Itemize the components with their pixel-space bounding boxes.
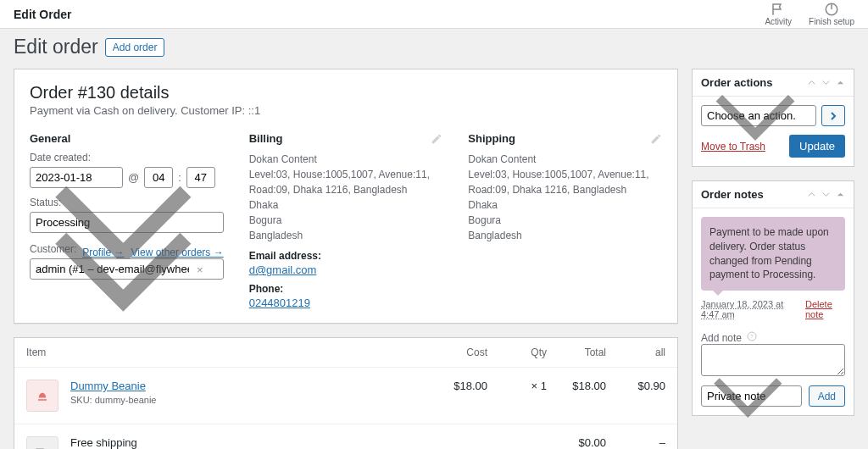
general-heading: General: [30, 132, 224, 145]
order-note: Payment to be made upon delivery. Order …: [701, 217, 845, 291]
shipping-icon: [26, 436, 58, 449]
finish-label: Finish setup: [809, 17, 854, 26]
customer-links: Profile → View other orders →: [82, 247, 224, 258]
order-actions-box: Order actions Choose an action...: [692, 69, 854, 167]
pencil-icon[interactable]: [431, 133, 442, 145]
shipping-all: –: [606, 436, 665, 449]
view-other-orders-link[interactable]: View other orders →: [131, 247, 224, 258]
page-header: Edit order Add order: [14, 29, 854, 69]
col-qty: Qty: [487, 346, 547, 358]
date-input[interactable]: [30, 167, 123, 188]
shipping-column: Shipping Dokan Content Level:03, House:1…: [468, 132, 662, 309]
page: Edit order Add order Order #130 details …: [0, 29, 868, 449]
truck-icon: [34, 444, 51, 449]
note-type-select[interactable]: Private note: [701, 385, 802, 407]
svg-text:?: ?: [750, 334, 754, 339]
topbar-actions: Activity Finish setup: [765, 2, 854, 26]
chevron-up-icon[interactable]: [807, 190, 816, 199]
item-cost: $18.00: [428, 380, 487, 392]
minute-input[interactable]: [186, 167, 215, 188]
order-action-select[interactable]: Choose an action...: [701, 105, 816, 126]
chevron-up-icon[interactable]: [807, 78, 816, 87]
caret-up-icon[interactable]: [836, 190, 845, 199]
update-button[interactable]: Update: [789, 135, 845, 158]
metabox-tools: [807, 78, 845, 87]
finish-setup-button[interactable]: Finish setup: [809, 2, 854, 26]
note-timestamp: January 18, 2023 at 4:47 am: [701, 299, 800, 319]
item-total: $18.00: [547, 380, 606, 392]
items-header: Item Cost Qty Total all: [14, 338, 677, 368]
chevron-down-icon[interactable]: [821, 190, 831, 199]
beanie-icon: [34, 387, 51, 404]
pencil-icon[interactable]: [650, 133, 662, 145]
col-item: Item: [26, 346, 428, 358]
clear-customer[interactable]: ×: [197, 263, 203, 275]
billing-heading: Billing: [249, 132, 283, 145]
profile-link[interactable]: Profile →: [82, 247, 124, 258]
general-column: General Date created: @ : Status: Proces…: [30, 132, 224, 309]
caret-up-icon[interactable]: [836, 78, 845, 87]
shipping-total: $0.00: [547, 436, 606, 449]
status-label: Status:: [30, 197, 224, 208]
order-subtitle: Payment via Cash on delivery. Customer I…: [30, 104, 662, 117]
billing-phone-link[interactable]: 0244801219: [249, 297, 310, 309]
chevron-down-icon[interactable]: [821, 78, 831, 87]
note-textarea[interactable]: [701, 344, 845, 376]
move-to-trash-link[interactable]: Move to Trash: [701, 141, 765, 152]
question-icon: ?: [747, 331, 757, 341]
order-title: Order #130 details: [30, 83, 662, 103]
item-name-link[interactable]: Dummy Beanie: [70, 380, 146, 392]
status-select[interactable]: Processing: [30, 212, 224, 233]
at-symbol: @: [128, 171, 139, 184]
hour-input[interactable]: [144, 167, 173, 188]
gauge-icon: [824, 2, 839, 17]
metabox-tools: [807, 190, 845, 199]
customer-select[interactable]: [30, 258, 224, 280]
run-action-button[interactable]: [821, 105, 845, 126]
billing-email-link[interactable]: d@gmail.com: [249, 263, 317, 276]
billing-address: Dokan Content Level:03, House:1005,1007,…: [249, 152, 443, 243]
page-title: Edit order: [14, 36, 98, 58]
flag-icon: [771, 2, 786, 17]
billing-column: Billing Dokan Content Level:03, House:10…: [249, 132, 443, 309]
delete-note-link[interactable]: Delete note: [805, 299, 845, 319]
col-cost: Cost: [428, 346, 487, 358]
topbar-title: Edit Order: [14, 8, 71, 21]
order-notes-box: Order notes Payment to be made upon deli…: [692, 180, 854, 416]
phone-label: Phone:: [249, 283, 443, 295]
email-label: Email address:: [249, 250, 443, 262]
col-total: Total: [547, 346, 606, 358]
items-box: Item Cost Qty Total all Dummy Beanie SKU…: [14, 337, 678, 449]
topbar: Edit Order Activity Finish setup: [0, 0, 868, 29]
activity-label: Activity: [765, 17, 792, 26]
col-all: all: [606, 346, 665, 358]
add-order-button[interactable]: Add order: [105, 38, 165, 57]
activity-button[interactable]: Activity: [765, 2, 792, 26]
item-qty: × 1: [487, 380, 547, 392]
line-item: Dummy Beanie SKU: dummy-beanie $18.00 × …: [14, 368, 677, 424]
help-icon[interactable]: ?: [747, 331, 757, 344]
order-actions-heading: Order actions: [701, 76, 773, 89]
shipping-line: Free shipping Items: Dummy Beanie × 1 Ve…: [14, 424, 677, 449]
note-meta: January 18, 2023 at 4:47 am Delete note: [701, 299, 845, 319]
order-details: Order #130 details Payment via Cash on d…: [14, 69, 678, 324]
product-thumbnail: [26, 380, 58, 412]
add-note-button[interactable]: Add: [809, 385, 845, 407]
shipping-label: Free shipping: [70, 436, 428, 449]
chevron-right-icon: [828, 111, 838, 121]
date-label: Date created:: [30, 152, 224, 164]
item-sku: SKU: dummy-beanie: [70, 395, 428, 405]
shipping-heading: Shipping: [468, 132, 515, 145]
add-note-label: Add note: [701, 332, 742, 344]
customer-label: Customer:: [30, 243, 76, 255]
shipping-address: Dokan Content Level:03, House:1005,1007,…: [468, 152, 662, 243]
item-all: $0.90: [606, 380, 665, 392]
order-notes-heading: Order notes: [701, 188, 764, 201]
